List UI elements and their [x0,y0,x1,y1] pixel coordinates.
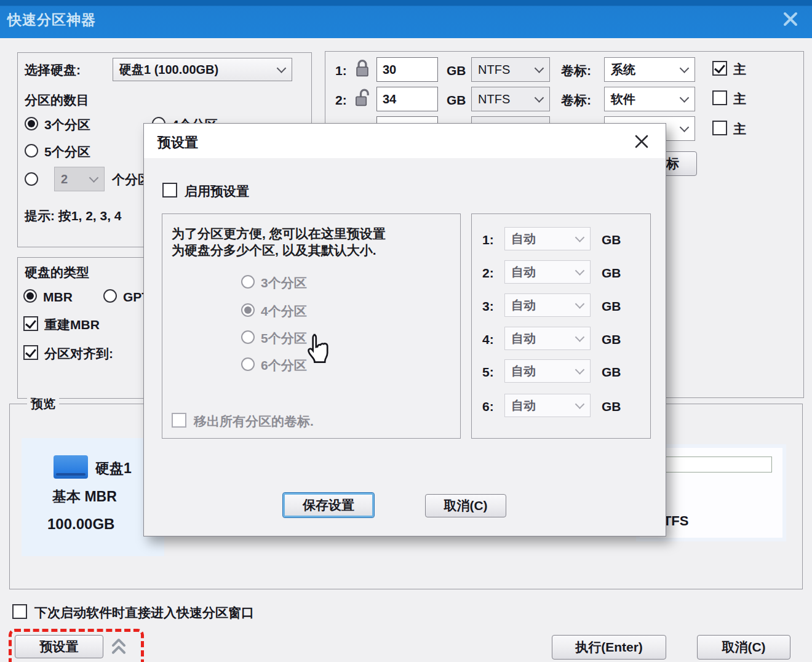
save-settings-button[interactable]: 保存设置 [282,492,375,518]
volume-label-dropdown[interactable]: 软件 [604,87,695,111]
chevron-down-icon [680,93,690,103]
preset-dialog-title: 预设置 [157,134,198,152]
chevron-down-icon [680,63,690,73]
chevron-double-up-icon[interactable] [111,637,127,656]
preset-dialog-titlebar: 预设置 [144,124,666,158]
window-titlebar: 快速分区神器 [0,0,812,38]
preset-radio-6[interactable] [241,357,255,371]
dialog-close-icon[interactable] [632,132,651,151]
radio-custom-partitions[interactable] [25,172,38,186]
rebuild-mbr-checkbox[interactable] [23,316,38,331]
radio-mbr[interactable] [23,289,37,303]
preset-size-dropdown[interactable]: 自动 [504,260,591,284]
preset-size-dropdown[interactable]: 自动 [504,227,591,250]
preset-size-dropdown[interactable]: 自动 [504,394,591,417]
preset-button[interactable]: 预设置 [15,635,103,658]
enable-preset-checkbox[interactable] [162,183,177,197]
window-title: 快速分区神器 [7,10,96,30]
radio-3-partitions-label: 3个分区 [44,118,90,131]
rebuild-mbr-label: 重建MBR [44,318,100,331]
startup-checkbox-label: 下次启动软件时直接进入快速分区窗口 [34,606,254,619]
custom-partition-count-dropdown[interactable]: 2 [54,167,105,191]
unit-label: GB [447,64,466,77]
remove-labels-label: 移出所有分区的卷标. [194,415,314,428]
quick-partition-window: 快速分区神器 选择硬盘: 硬盘1 (100.00GB) 分区的数目 3个分区 4… [0,0,812,662]
hard-disk-icon [54,455,88,479]
chevron-down-icon [575,266,585,276]
startup-checkbox[interactable] [12,604,27,619]
disk-select-label: 选择硬盘: [25,63,81,76]
preset-radio-3-label: 3个分区 [261,276,307,289]
preset-size-number: 1: [482,233,494,246]
radio-3-partitions[interactable] [25,117,38,130]
partition-count-label: 分区的数目 [25,94,89,106]
chevron-down-icon [575,332,585,342]
enable-preset-label: 启用预设置 [185,185,249,197]
radio-mbr-label: MBR [43,290,73,303]
close-icon[interactable] [780,9,801,30]
radio-5-partitions[interactable] [25,144,38,158]
preset-size-unit: GB [602,233,621,246]
chevron-down-icon [575,299,585,309]
chevron-down-icon [89,173,99,183]
filesystem-dropdown[interactable]: NTFS [471,57,550,82]
volume-label-caption: 卷标: [561,64,591,77]
chevron-down-icon [535,93,544,103]
preset-size-unit: GB [602,400,621,413]
disk-select-dropdown[interactable]: 硬盘1 (100.00GB) [113,58,292,81]
primary-partition-label: 主 [733,92,746,105]
disk-select-value: 硬盘1 (100.00GB) [119,62,218,78]
preset-size-dropdown[interactable]: 自动 [504,327,591,350]
preset-size-unit: GB [602,266,621,279]
preset-radio-5-label: 5个分区 [261,332,307,345]
filesystem-dropdown[interactable]: NTFS [471,87,550,111]
preview-disk-kind: 基本 MBR [52,490,117,504]
primary-partition-checkbox[interactable] [712,121,727,135]
unit-label: GB [447,94,466,106]
preset-size-number: 2: [482,266,494,279]
chevron-down-icon [535,63,544,73]
preset-size-number: 3: [482,300,494,313]
primary-partition-checkbox[interactable] [712,61,727,76]
partition-align-label: 分区对齐到: [44,347,113,360]
preset-radio-4[interactable] [241,303,255,317]
partition-size-input[interactable]: 34 [376,87,438,111]
lock-open-icon[interactable] [354,88,372,108]
primary-partition-label: 主 [733,122,746,135]
remove-labels-checkbox[interactable] [172,413,186,428]
preset-size-unit: GB [602,333,621,346]
preset-size-unit: GB [602,300,621,313]
preset-radio-3[interactable] [241,275,255,289]
preset-size-number: 5: [482,365,494,378]
preset-size-dropdown[interactable]: 自动 [504,293,591,317]
partition-row-number: 2: [335,94,347,106]
preset-desc-line1: 为了分区更方便, 您可以在这里预设置 [172,225,386,242]
primary-partition-checkbox[interactable] [712,90,727,105]
radio-5-partitions-label: 5个分区 [44,145,90,158]
lock-closed-icon[interactable] [354,58,370,78]
preview-disk-name: 硬盘1 [95,461,132,476]
partition-size-input[interactable]: 30 [376,57,438,82]
preset-dialog: 预设置 启用预设置 为了分区更方便, 您可以在这里预设置 为硬盘分多少个区, 以… [143,123,666,536]
volume-label-dropdown[interactable]: 系统 [604,57,695,82]
footer-cancel-button[interactable]: 取消(C) [697,635,790,660]
preview-volume-label-input[interactable] [649,457,772,473]
radio-gpt[interactable] [103,289,117,303]
preset-desc-line2: 为硬盘分多少个区, 以及其默认大小. [172,242,376,259]
preset-size-unit: GB [602,365,621,378]
primary-partition-label: 主 [733,63,746,76]
execute-button[interactable]: 执行(Enter) [552,635,666,660]
dialog-cancel-button[interactable]: 取消(C) [425,494,506,517]
preview-label: 预览 [27,397,59,410]
preset-size-number: 4: [482,333,494,346]
partition-align-checkbox[interactable] [23,345,38,360]
custom-partition-count-value: 2 [61,172,68,186]
preset-radio-6-label: 6个分区 [261,359,307,372]
preset-size-dropdown[interactable]: 自动 [504,359,591,383]
preset-radio-5[interactable] [241,330,255,344]
hint-text: 提示: 按1, 2, 3, 4 [25,209,122,222]
chevron-down-icon [575,399,585,409]
preset-radio-4-label: 4个分区 [261,305,307,317]
chevron-down-icon [680,122,690,132]
partition-row-number: 1: [335,64,347,77]
